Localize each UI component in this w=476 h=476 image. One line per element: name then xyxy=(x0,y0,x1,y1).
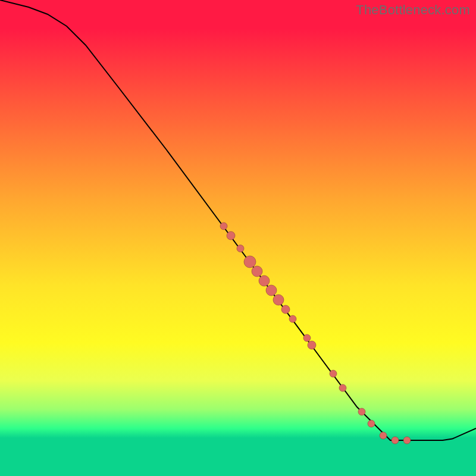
scatter-dot xyxy=(368,420,375,427)
scatter-dot xyxy=(339,384,346,392)
scatter-dot xyxy=(289,315,296,322)
scatter-dot xyxy=(259,275,270,286)
bottleneck-curve xyxy=(0,0,476,440)
scatter-dot xyxy=(266,285,277,296)
scatter-dot xyxy=(227,231,235,240)
scatter-dot xyxy=(281,305,290,314)
scatter-points xyxy=(220,223,411,444)
scatter-dot xyxy=(244,256,256,268)
chart-svg xyxy=(0,0,476,476)
scatter-dot xyxy=(308,341,316,349)
scatter-dot xyxy=(392,437,399,444)
scatter-dot xyxy=(358,408,365,415)
scatter-dot xyxy=(273,295,284,305)
bottleneck-chart: TheBottleneck.com xyxy=(0,0,476,476)
scatter-dot xyxy=(380,432,387,439)
scatter-dot xyxy=(303,334,311,342)
scatter-dot xyxy=(237,245,244,252)
scatter-dot xyxy=(330,370,337,377)
scatter-dot xyxy=(252,266,262,277)
scatter-dot xyxy=(403,437,411,444)
scatter-dot xyxy=(220,223,227,230)
watermark-text: TheBottleneck.com xyxy=(356,2,470,18)
